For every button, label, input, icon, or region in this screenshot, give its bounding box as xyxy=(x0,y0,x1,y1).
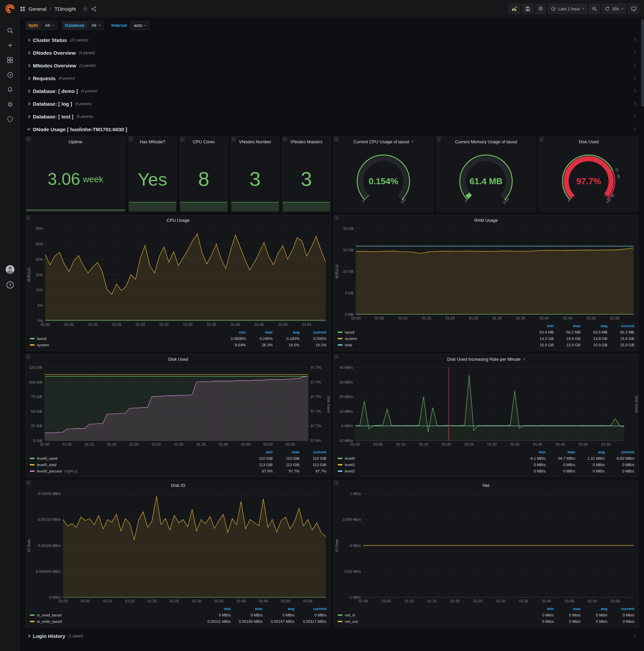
zoom-out-button[interactable] xyxy=(589,4,600,14)
legend-series-name[interactable]: level1 xyxy=(345,463,355,467)
variable-database-value[interactable]: All xyxy=(88,21,103,30)
search-icon[interactable] xyxy=(6,27,14,34)
legend-series-swatch[interactable] xyxy=(30,464,35,465)
panel-title[interactable]: Uptime xyxy=(26,136,125,147)
panel-info-icon[interactable]: i xyxy=(180,136,185,142)
legend-column-current[interactable]: current xyxy=(607,607,634,611)
legend-series-swatch[interactable] xyxy=(338,464,343,465)
legend-column-avg[interactable]: avg xyxy=(581,607,607,611)
row-database-log[interactable]: Database: [ log ] (5 panels) ⠿ xyxy=(26,98,639,110)
legend-column-min[interactable]: min xyxy=(246,450,273,454)
panel-title[interactable]: Net xyxy=(334,480,638,490)
row-login-history[interactable]: Login History (1 panel) ⠿ xyxy=(26,630,639,642)
legend-series-name[interactable]: system xyxy=(37,343,49,347)
panel-title[interactable]: VNodes Number xyxy=(231,136,279,147)
row-database-demo[interactable]: Database: [ demo ] (5 panels) ⠿ xyxy=(26,85,639,97)
cycle-view-button[interactable] xyxy=(628,4,639,14)
panel-title[interactable]: CPU Cores xyxy=(180,136,228,147)
drag-handle-icon[interactable]: ⠿ xyxy=(633,101,637,106)
legend-column-min[interactable]: min xyxy=(527,324,554,328)
panel-title[interactable]: Current Memory Usage of taosd xyxy=(437,136,536,147)
drag-handle-icon[interactable]: ⠿ xyxy=(633,89,637,94)
drag-handle-icon[interactable]: ⠿ xyxy=(633,38,637,42)
legend-column-current[interactable]: current xyxy=(294,607,326,611)
dashboards-nav-icon[interactable] xyxy=(6,56,14,64)
drag-handle-icon[interactable]: ⠿ xyxy=(633,50,637,55)
legend-column-avg[interactable]: avg xyxy=(273,330,299,334)
legend-column-min[interactable]: min xyxy=(219,330,246,334)
panel-info-icon[interactable]: i xyxy=(26,215,31,220)
alerting-bell-icon[interactable] xyxy=(6,86,14,93)
legend-series-swatch[interactable] xyxy=(338,458,343,459)
legend-series-swatch[interactable] xyxy=(30,338,35,339)
row-requests[interactable]: Requests (4 panels) ⠿ xyxy=(26,72,639,84)
breadcrumb-page[interactable]: TDinsight xyxy=(55,6,76,12)
legend-column-max[interactable]: max xyxy=(554,324,581,328)
panel-title[interactable]: Disk Used xyxy=(539,136,638,147)
legend-series-swatch[interactable] xyxy=(338,332,343,333)
share-icon[interactable] xyxy=(91,6,96,11)
legend-series-swatch[interactable] xyxy=(338,621,343,622)
star-icon[interactable]: ☆ xyxy=(83,6,88,12)
panel-info-icon[interactable]: i xyxy=(128,136,133,142)
legend-series-swatch[interactable] xyxy=(30,458,35,459)
panel-title[interactable]: CPU Usage xyxy=(26,215,330,225)
legend-column-max[interactable]: max xyxy=(246,330,273,334)
legend-column-avg[interactable]: avg xyxy=(263,607,294,611)
legend-column-current[interactable]: current xyxy=(607,324,634,328)
drag-handle-icon[interactable]: ⠿ xyxy=(633,63,637,68)
row-dnode-usage[interactable]: DNode Usage [ huolinhe-TM1701:6030 ] ⠿ xyxy=(26,123,639,135)
help-icon[interactable]: ? xyxy=(6,281,14,288)
legend-column-current[interactable]: current xyxy=(605,450,634,454)
legend-series-swatch[interactable] xyxy=(30,621,35,622)
legend-column-max[interactable]: max xyxy=(273,450,299,454)
legend-column-min[interactable]: min xyxy=(527,607,554,611)
legend-series-name[interactable]: level0_used xyxy=(37,456,57,460)
legend-series-name[interactable]: taosd xyxy=(37,337,46,341)
legend-series-swatch[interactable] xyxy=(338,338,343,339)
legend-series-swatch[interactable] xyxy=(338,470,343,472)
panel-info-icon[interactable]: i xyxy=(26,354,31,359)
panel-title[interactable]: Current CPU Usage of taosd xyxy=(334,136,433,147)
panel-info-icon[interactable]: i xyxy=(334,354,339,359)
explore-compass-icon[interactable] xyxy=(6,71,14,79)
panel-info-icon[interactable]: i xyxy=(26,480,31,485)
breadcrumb-section[interactable]: General xyxy=(29,6,46,12)
create-icon[interactable]: + xyxy=(6,41,14,49)
panel-title[interactable]: RAM Usage xyxy=(334,215,638,225)
variable-interval-label[interactable]: Interval xyxy=(108,21,130,30)
configuration-gear-icon[interactable]: ⚙ xyxy=(6,101,14,108)
legend-column-max[interactable]: max xyxy=(546,450,575,454)
drag-handle-icon[interactable]: ⠿ xyxy=(633,633,637,639)
legend-series-name[interactable]: level0 xyxy=(345,456,355,460)
drag-handle-icon[interactable]: ⠿ xyxy=(633,76,637,81)
panel-title[interactable]: VNodes Masters xyxy=(282,136,330,147)
legend-series-name[interactable]: net_in xyxy=(345,613,355,617)
legend-series-name[interactable]: system xyxy=(345,337,357,341)
variable-fqdn-value[interactable]: All xyxy=(41,21,57,30)
legend-series-swatch[interactable] xyxy=(338,344,343,346)
legend-series-swatch[interactable] xyxy=(338,614,343,616)
legend-column-max[interactable]: max xyxy=(554,607,581,611)
legend-column-max[interactable]: max xyxy=(231,607,263,611)
panel-info-icon[interactable]: i xyxy=(539,136,544,142)
legend-column-current[interactable]: current xyxy=(299,450,326,454)
panel-title[interactable]: Disk Used Increasing Rate per Minute xyxy=(334,354,638,364)
panel-info-icon[interactable]: i xyxy=(334,480,339,485)
variable-database-label[interactable]: Database xyxy=(62,21,88,30)
legend-column-min[interactable]: min xyxy=(516,450,546,454)
variable-interval-value[interactable]: auto xyxy=(130,21,150,30)
server-admin-shield-icon[interactable] xyxy=(6,116,14,123)
row-database-test[interactable]: Database: [ test ] (5 panels) ⠿ xyxy=(26,111,639,122)
legend-series-name[interactable]: level2 xyxy=(345,469,355,473)
user-avatar[interactable] xyxy=(6,265,14,274)
legend-series-name[interactable]: net_out xyxy=(345,619,358,623)
row-dnodes-overview[interactable]: DNodes Overview (4 panels) ⠿ xyxy=(26,47,639,58)
legend-series-swatch[interactable] xyxy=(30,614,35,616)
panel-title[interactable]: Disk Used xyxy=(26,354,330,364)
legend-series-name[interactable]: total xyxy=(345,343,352,347)
legend-series-name[interactable]: level0_percent xyxy=(37,469,62,473)
refresh-button-group[interactable]: 30s xyxy=(602,4,626,14)
legend-series-swatch[interactable] xyxy=(30,344,35,346)
legend-column-avg[interactable]: avg xyxy=(581,324,607,328)
